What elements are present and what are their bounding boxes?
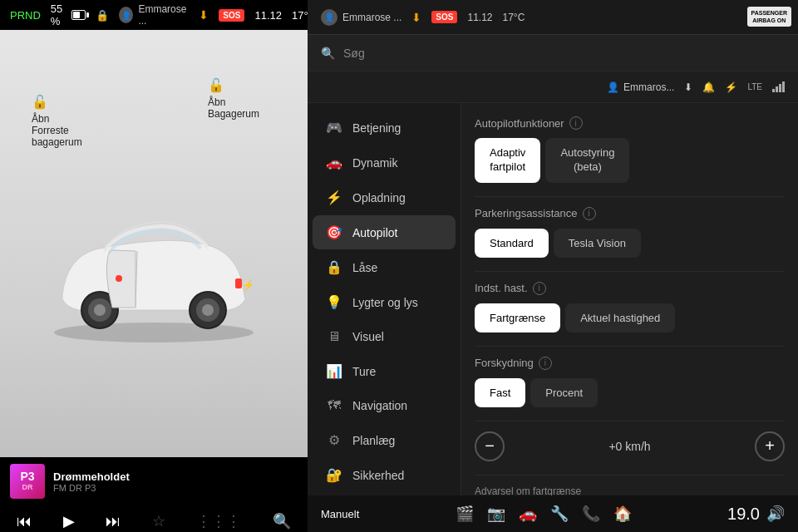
rear-trunk-icon: 🔓: [208, 77, 224, 93]
next-button[interactable]: ⏭: [102, 510, 124, 533]
search-bar[interactable]: 🔍 Søg: [308, 35, 798, 71]
car-image: ⚡: [17, 108, 291, 449]
badge-dr: DR: [22, 484, 33, 492]
music-subtitle: FM DR P3: [53, 483, 298, 493]
user-chip-left[interactable]: 👤 Emmarose ...: [119, 3, 189, 27]
bottom-bar: Manuelt 🎬 📷 🚗 🔧 📞 🏠 19.0 🔊: [308, 495, 798, 532]
prev-button[interactable]: ⏮: [13, 510, 35, 533]
film-icon[interactable]: 🎬: [456, 505, 474, 523]
sikkerhed-icon: 🔐: [326, 467, 342, 483]
speed-control: − +0 km/h +: [475, 431, 785, 461]
home-icon[interactable]: 🏠: [613, 505, 632, 523]
parking-title-text: Parkeringsassistance: [475, 207, 578, 219]
sidebar-item-dynamik[interactable]: 🚗 Dynamik: [313, 145, 456, 180]
search-music-button[interactable]: 🔍: [269, 509, 294, 532]
favorite-button[interactable]: ☆: [149, 509, 169, 532]
divider-3: [475, 346, 785, 347]
procent-button[interactable]: Procent: [530, 378, 598, 407]
opladning-icon: ⚡: [326, 190, 342, 205]
sidebar-item-visuel[interactable]: 🖥 Visuel: [313, 320, 456, 353]
lygter-icon: 💡: [326, 294, 342, 310]
sos-main[interactable]: SOS: [431, 11, 457, 23]
speed-info-icon[interactable]: i: [533, 282, 546, 295]
fast-button[interactable]: Fast: [475, 378, 525, 407]
dynamik-label: Dynamik: [352, 156, 397, 170]
sos-badge[interactable]: SOS: [219, 9, 244, 22]
planlaeg-label: Planlæg: [352, 434, 395, 447]
signal-bar-1: [772, 89, 775, 92]
passenger-airbag-badge: PASSENGERAIRBAG ON: [747, 7, 791, 27]
aktuel-button[interactable]: Aktuel hastighed: [565, 303, 675, 332]
lock-status-icon: 🔒: [96, 9, 109, 22]
speed-plus-button[interactable]: +: [755, 431, 785, 461]
svg-point-0: [54, 323, 254, 342]
parking-section-title: Parkeringsassistance i: [475, 207, 785, 220]
acceleration-section-title: Forskydning i: [475, 357, 785, 370]
user-chip-main[interactable]: 👤 Emmarose ...: [321, 9, 401, 26]
autopilot-label: Autopilot: [352, 226, 397, 239]
user-name-main: Emmarose ...: [342, 12, 401, 23]
ture-label: Ture: [352, 365, 376, 378]
download-icon-main: ⬇: [411, 11, 421, 24]
sidebar-item-betjening[interactable]: 🎮 Betjening: [313, 111, 456, 145]
status-bar-left: PRND 55 % 🔒 👤 Emmarose ... ⬇ SOS 11.12 1…: [0, 0, 308, 30]
betjening-label: Betjening: [352, 121, 401, 135]
svg-point-9: [116, 275, 122, 282]
music-title: Drømmeholdet: [53, 470, 298, 483]
sidebar-item-sikkerhed[interactable]: 🔐 Sikkerhed: [313, 458, 456, 492]
divider-5: [475, 475, 785, 475]
eq-button[interactable]: ⋮⋮⋮: [193, 509, 244, 532]
autopilot-button-group: Adaptivfartpilot Autostyring(beta): [475, 138, 785, 183]
user-name-left: Emmarose ...: [138, 3, 189, 27]
battery-percent: 55 %: [51, 2, 68, 27]
sidebar-item-lygter[interactable]: 💡 Lygter og lys: [313, 285, 456, 319]
volume-icon[interactable]: 🔊: [766, 505, 785, 523]
lte-secondary: LTE: [747, 82, 762, 91]
time-display: 11.12: [254, 9, 282, 22]
sidebar-item-ture[interactable]: 📊 Ture: [313, 354, 456, 388]
autopilot-info-icon[interactable]: i: [569, 116, 583, 130]
bottom-center-icons: 🎬 📷 🚗 🔧 📞 🏠: [456, 505, 632, 523]
speed-minus-button[interactable]: −: [475, 431, 505, 461]
svg-text:⚡: ⚡: [242, 278, 254, 291]
divider-4: [475, 421, 785, 421]
autostyring-button[interactable]: Autostyring(beta): [545, 138, 629, 183]
camera-icon[interactable]: 📷: [487, 505, 505, 523]
main-panel: 👤 Emmarose ... ⬇ SOS 11.12 17°C PASSENGE…: [308, 0, 798, 495]
phone-icon[interactable]: 📞: [582, 505, 600, 523]
user-name-secondary: Emmaros...: [623, 81, 674, 93]
warning-label: Advarsel om fartgrænse: [475, 485, 785, 495]
lygter-label: Lygter og lys: [352, 296, 418, 309]
betjening-icon: 🎮: [326, 120, 342, 135]
top-bar: 👤 Emmarose ... ⬇ SOS 11.12 17°C PASSENGE…: [308, 0, 798, 35]
sidebar-item-planlaeg[interactable]: ⚙ Planlæg: [313, 423, 456, 457]
fartgraense-button[interactable]: Fartgrænse: [475, 303, 560, 332]
standard-button[interactable]: Standard: [475, 229, 549, 258]
parking-info-icon[interactable]: i: [583, 207, 596, 220]
music-info: P3 DR Drømmeholdet FM DR P3: [0, 457, 308, 505]
svg-point-3: [94, 304, 106, 316]
sidebar-item-laase[interactable]: 🔒 Låse: [313, 250, 456, 284]
sidebar-menu: 🎮 Betjening 🚗 Dynamik ⚡ Opladning 🎯 Auto…: [308, 103, 461, 495]
play-button[interactable]: ▶: [60, 509, 78, 532]
user-secondary: 👤 Emmaros...: [607, 81, 674, 93]
acceleration-info-icon[interactable]: i: [539, 357, 552, 370]
sidebar-item-opladning[interactable]: ⚡ Opladning: [313, 180, 456, 214]
content-area: 🎮 Betjening 🚗 Dynamik ⚡ Opladning 🎯 Auto…: [308, 103, 798, 495]
acceleration-title-text: Forskydning: [475, 357, 534, 369]
gear-indicator: PRND: [10, 9, 41, 22]
dynamik-icon: 🚗: [326, 155, 342, 170]
laase-icon: 🔒: [326, 259, 342, 275]
ture-icon: 📊: [326, 363, 342, 379]
bottom-right-group: 19.0 🔊: [727, 505, 785, 524]
autopilot-title-text: Autopilotfunktioner: [475, 117, 564, 130]
sidebar-item-navigation[interactable]: 🗺 Navigation: [313, 389, 456, 422]
user-avatar-main: 👤: [321, 9, 337, 26]
wrench-icon[interactable]: 🔧: [550, 505, 569, 523]
car-icon[interactable]: 🚗: [519, 505, 537, 523]
sidebar-item-autopilot[interactable]: 🎯 Autopilot: [313, 215, 456, 249]
tesla-vision-button[interactable]: Tesla Vision: [554, 229, 641, 258]
adaptiv-button[interactable]: Adaptivfartpilot: [475, 138, 540, 183]
opladning-label: Opladning: [352, 191, 406, 204]
music-text: Drømmeholdet FM DR P3: [53, 470, 298, 493]
